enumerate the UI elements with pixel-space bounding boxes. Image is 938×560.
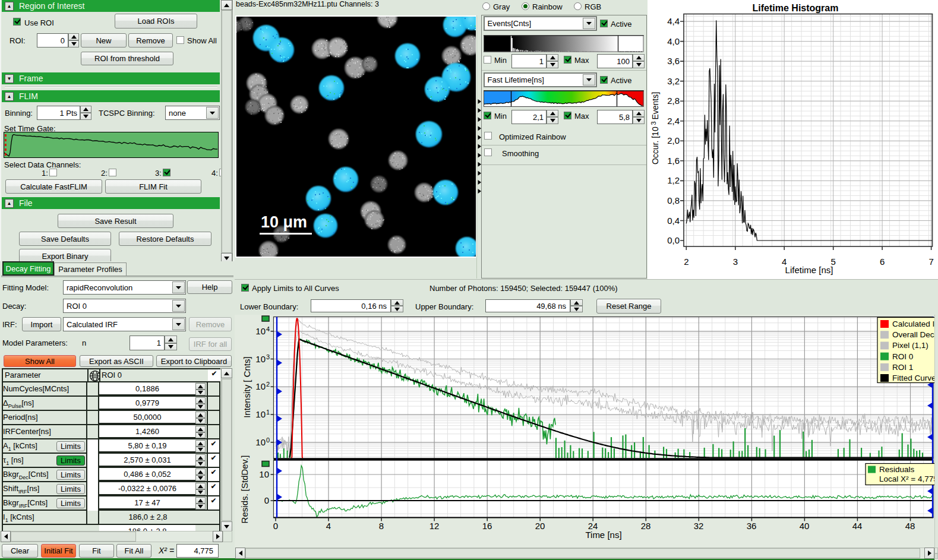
- svg-text:10: 10: [255, 437, 266, 447]
- svg-text:3: 3: [266, 353, 270, 360]
- svg-text:44: 44: [852, 521, 863, 531]
- svg-text:ROI 1: ROI 1: [892, 363, 913, 372]
- svg-text:2: 2: [684, 257, 689, 267]
- svg-text:3,2: 3,2: [667, 76, 680, 86]
- svg-text:1,2: 1,2: [667, 175, 680, 185]
- svg-text:3,6: 3,6: [667, 56, 680, 66]
- svg-text:12: 12: [429, 521, 440, 531]
- svg-text:4: 4: [266, 325, 270, 333]
- svg-text:4,4: 4,4: [667, 16, 680, 26]
- svg-text:10: 10: [255, 326, 266, 336]
- svg-text:10 μm: 10 μm: [261, 213, 307, 231]
- svg-text:48: 48: [905, 521, 915, 531]
- svg-text:6: 6: [880, 257, 885, 267]
- svg-text:40: 40: [800, 521, 810, 531]
- svg-text:7: 7: [928, 257, 933, 267]
- svg-text:8: 8: [379, 521, 384, 531]
- svg-text:Local X² = 4,7754: Local X² = 4,7754: [879, 474, 938, 483]
- svg-text:1,6: 1,6: [667, 156, 680, 166]
- svg-text:10: 10: [255, 354, 266, 364]
- svg-text:2,4: 2,4: [667, 116, 680, 126]
- svg-text:20: 20: [535, 521, 545, 531]
- svg-text:2,8: 2,8: [667, 96, 680, 106]
- svg-text:Lifetime [ns]: Lifetime [ns]: [785, 265, 833, 275]
- svg-text:Overall Decay: Overall Decay: [892, 330, 938, 339]
- svg-text:1: 1: [266, 409, 270, 416]
- svg-text:36: 36: [747, 521, 757, 531]
- svg-text:Lifetime Histogram: Lifetime Histogram: [753, 3, 839, 13]
- svg-text:10: 10: [255, 381, 266, 391]
- svg-text:Occur. [10 3 Events]: Occur. [10 3 Events]: [650, 92, 660, 164]
- svg-text:ROI 0: ROI 0: [892, 352, 913, 361]
- svg-text:Pixel (1,1): Pixel (1,1): [892, 341, 928, 350]
- svg-text:Resids. [StdDev.]: Resids. [StdDev.]: [239, 455, 249, 524]
- svg-text:0: 0: [273, 521, 278, 531]
- svg-text:4,0: 4,0: [667, 36, 680, 46]
- svg-text:Calculated IRF: Calculated IRF: [892, 319, 938, 328]
- svg-text:3: 3: [733, 257, 738, 267]
- svg-text:16: 16: [482, 521, 492, 531]
- svg-text:10: 10: [259, 469, 269, 479]
- svg-text:Intensity [ Cnts]: Intensity [ Cnts]: [242, 356, 252, 417]
- svg-text:Time [ns]: Time [ns]: [585, 530, 621, 540]
- svg-text:0,8: 0,8: [667, 195, 680, 205]
- svg-text:0,4: 0,4: [667, 216, 680, 226]
- svg-text:10: 10: [255, 409, 266, 419]
- svg-text:28: 28: [641, 521, 651, 531]
- svg-text:Fitted Curve: Fitted Curve: [892, 374, 936, 382]
- svg-text:0: 0: [264, 495, 269, 505]
- svg-text:0: 0: [266, 436, 270, 444]
- svg-text:2: 2: [266, 381, 270, 388]
- svg-text:32: 32: [694, 521, 704, 531]
- svg-text:4: 4: [326, 521, 331, 531]
- svg-text:Residuals: Residuals: [879, 465, 915, 474]
- svg-text:0,0: 0,0: [667, 235, 680, 245]
- svg-text:2,0: 2,0: [667, 135, 680, 145]
